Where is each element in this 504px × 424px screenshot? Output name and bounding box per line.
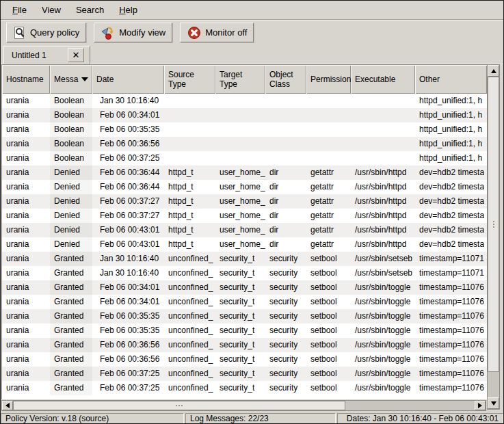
column-header-executable[interactable]: Executable (351, 65, 415, 94)
status-bar: Policy Version: v.18 (source) Log Messag… (1, 412, 503, 424)
menu-search[interactable]: Search (68, 1, 111, 18)
table-row[interactable]: uraniaDeniedFeb 06 00:37:27httpd_tuser_h… (2, 194, 487, 209)
table-row[interactable]: uraniaDeniedFeb 06 00:43:01httpd_tuser_h… (2, 223, 487, 237)
table-cell: Feb 06 00:35:35 (92, 309, 164, 323)
table-cell: security_t (215, 252, 265, 266)
tab-untitled-1[interactable]: Untitled 1 ✕ (3, 46, 90, 64)
table-cell: dir (265, 194, 306, 209)
table-row[interactable]: uraniaBooleanFeb 06 00:35:35httpd_unifie… (2, 122, 487, 137)
table-cell: dev=hdb2 timesta (415, 237, 484, 252)
table-cell (351, 151, 415, 165)
table-row[interactable]: uraniaGrantedJan 30 10:16:40unconfined_s… (2, 266, 487, 280)
column-header-hostname[interactable]: Hostname (2, 65, 50, 94)
table-cell: urania (2, 381, 50, 395)
table-cell: unconfined_ (164, 352, 215, 367)
table-cell (265, 137, 306, 151)
column-header-target-type[interactable]: TargetType (215, 65, 265, 94)
table-row[interactable]: uraniaGrantedFeb 06 00:34:01unconfined_s… (2, 295, 487, 309)
table-row[interactable]: uraniaDeniedFeb 06 00:36:44httpd_tuser_h… (2, 180, 487, 194)
column-header-message[interactable]: Messa (50, 65, 92, 94)
down-arrow-icon (491, 401, 496, 406)
scroll-right-button[interactable] (475, 401, 486, 410)
table-cell: Granted (50, 266, 92, 280)
table-cell: Boolean (50, 108, 92, 122)
column-header-other[interactable]: Other (415, 65, 487, 94)
table-cell: getattr (306, 223, 351, 237)
status-dates: Dates: Jan 30 10:16:40 - Feb 06 00:43:01 (337, 413, 503, 424)
close-icon: ✕ (72, 50, 80, 60)
column-header-label: Messa (54, 75, 78, 84)
table-cell: security (265, 266, 306, 280)
menu-file[interactable]: File (5, 1, 34, 18)
table-cell: unconfined_ (164, 266, 215, 280)
table-row[interactable]: uraniaGrantedFeb 06 00:35:35unconfined_s… (2, 309, 487, 323)
table-cell: timestamp=11076 (415, 338, 484, 352)
horizontal-scrollbar[interactable] (1, 400, 486, 411)
table-row[interactable]: uraniaGrantedFeb 06 00:36:56unconfined_s… (2, 338, 487, 352)
horizontal-scrollbar-thumb[interactable] (13, 401, 345, 410)
tab-close-button[interactable]: ✕ (68, 48, 84, 62)
modify-view-button[interactable]: Modify view (94, 23, 172, 42)
table-cell: Feb 06 00:37:27 (92, 194, 164, 209)
table-cell: security (265, 381, 306, 395)
menu-bar: File View Search Help (1, 1, 503, 20)
table-row[interactable]: uraniaBooleanFeb 06 00:34:01httpd_unifie… (2, 108, 487, 122)
column-header-source-type[interactable]: SourceType (164, 65, 215, 94)
table-cell (306, 137, 351, 151)
table-row[interactable]: uraniaDeniedFeb 06 00:36:44httpd_tuser_h… (2, 165, 487, 180)
monitor-off-button[interactable]: Monitor off (180, 23, 254, 42)
table-cell: security (265, 367, 306, 381)
column-header-date[interactable]: Date (92, 65, 164, 94)
table-cell: unconfined_ (164, 338, 215, 352)
table-cell: /usr/sbin/httpd (351, 223, 415, 237)
table-row[interactable]: uraniaBooleanFeb 06 00:37:25httpd_unifie… (2, 151, 487, 165)
table-cell: timestamp=11076 (415, 323, 484, 338)
table-cell: Denied (50, 180, 92, 194)
table-cell: Feb 06 00:37:25 (92, 151, 164, 165)
table-cell: unconfined_ (164, 367, 215, 381)
query-policy-button[interactable]: Query policy (6, 23, 86, 42)
table-cell (164, 94, 215, 108)
table-cell (164, 108, 215, 122)
table-row[interactable]: uraniaGrantedFeb 06 00:34:01unconfined_s… (2, 280, 487, 295)
column-header-object-class[interactable]: ObjectClass (265, 65, 306, 94)
table-cell: dev=hdb2 timesta (415, 223, 484, 237)
table-cell: Feb 06 00:37:27 (92, 209, 164, 223)
table-row[interactable]: uraniaBooleanJan 30 10:16:40httpd_unifie… (2, 94, 487, 108)
column-header-permission[interactable]: Permission (306, 65, 351, 94)
table-row[interactable]: uraniaGrantedJan 30 10:16:40unconfined_s… (2, 252, 487, 266)
table-cell: Granted (50, 367, 92, 381)
table-cell: Granted (50, 323, 92, 338)
table-cell: setbool (306, 280, 351, 295)
menu-help[interactable]: Help (111, 1, 145, 18)
table-cell (164, 151, 215, 165)
table-cell: Feb 06 00:34:01 (92, 108, 164, 122)
table-row[interactable]: uraniaGrantedFeb 06 00:37:25unconfined_s… (2, 381, 487, 395)
log-table: HostnameMessaDateSourceTypeTargetTypeObj… (1, 64, 487, 399)
menu-view[interactable]: View (34, 1, 68, 18)
table-row[interactable]: uraniaDeniedFeb 06 00:43:01httpd_tuser_h… (2, 237, 487, 252)
table-row[interactable]: uraniaGrantedFeb 06 00:36:56unconfined_s… (2, 352, 487, 367)
scroll-up-button[interactable] (488, 65, 499, 77)
column-header-label: Permission (310, 75, 351, 84)
table-cell: /usr/sbin/httpd (351, 165, 415, 180)
monitor-off-label: Monitor off (205, 27, 247, 38)
table-cell: security_t (215, 352, 265, 367)
table-cell: Feb 06 00:34:01 (92, 295, 164, 309)
scroll-down-button[interactable] (488, 397, 499, 409)
table-row[interactable]: uraniaGrantedFeb 06 00:35:35unconfined_s… (2, 323, 487, 338)
table-cell (215, 108, 265, 122)
vertical-scrollbar-thumb[interactable] (488, 77, 499, 372)
table-cell (306, 94, 351, 108)
scroll-left-button[interactable] (2, 401, 13, 410)
left-arrow-icon (5, 403, 10, 408)
table-cell: Feb 06 00:34:01 (92, 280, 164, 295)
vertical-scrollbar[interactable] (487, 64, 500, 410)
column-header-label: Other (419, 75, 440, 84)
table-row[interactable]: uraniaBooleanFeb 06 00:36:56httpd_unifie… (2, 137, 487, 151)
table-row[interactable]: uraniaDeniedFeb 06 00:37:27httpd_tuser_h… (2, 209, 487, 223)
grip-icon (178, 405, 180, 406)
table-cell (306, 108, 351, 122)
table-row[interactable]: uraniaGrantedFeb 06 00:37:25unconfined_s… (2, 367, 487, 381)
table-cell: Feb 06 00:36:44 (92, 165, 164, 180)
